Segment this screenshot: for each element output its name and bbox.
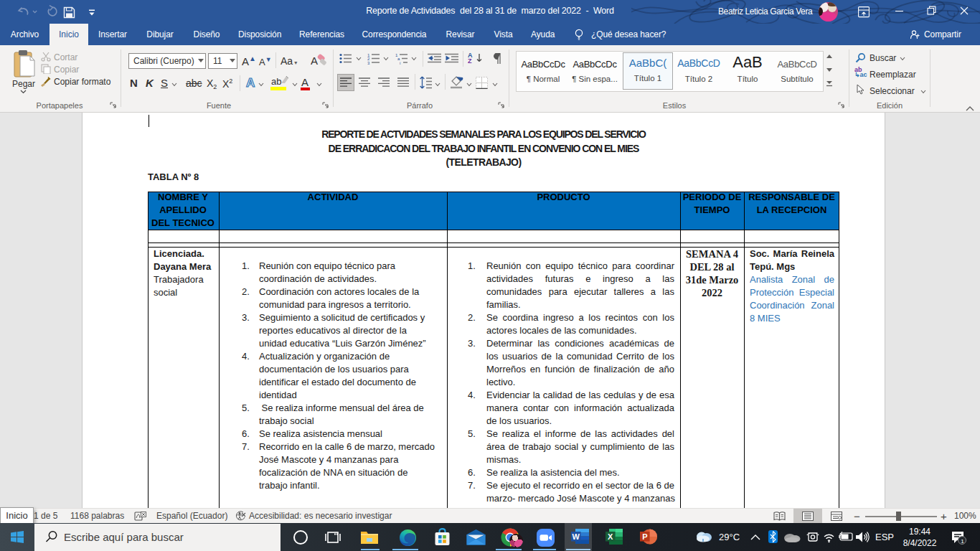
svg-text:W: W	[573, 532, 580, 541]
svg-text:A: A	[311, 55, 318, 67]
svg-text:1: 1	[961, 538, 964, 545]
svg-text:3: 3	[367, 61, 370, 65]
svg-text:P: P	[642, 532, 647, 541]
svg-text:X: X	[608, 532, 613, 541]
svg-text:i: i	[400, 61, 400, 65]
